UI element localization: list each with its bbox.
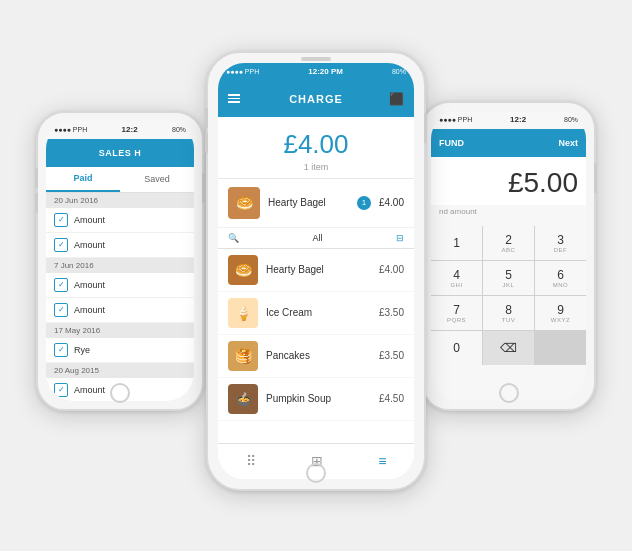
- menu-list-item[interactable]: 🍲 Pumpkin Soup £4.50: [218, 378, 414, 421]
- key-4[interactable]: 4 GHI: [431, 261, 482, 295]
- center-phone-screen: ●●●● PPH 12:20 PM 80% CHARGE ⬛ £4.00 1 i…: [218, 63, 414, 479]
- left-header-title: SALES H: [99, 148, 142, 158]
- menu-item-image: 🍦: [228, 298, 258, 328]
- home-button[interactable]: [306, 463, 326, 483]
- center-phone: ●●●● PPH 12:20 PM 80% CHARGE ⬛ £4.00 1 i…: [206, 51, 426, 491]
- key-5[interactable]: 5 JKL: [483, 261, 534, 295]
- key-3[interactable]: 3 DEF: [535, 226, 586, 260]
- vol-up-button: [35, 168, 38, 188]
- right-header: FUND Next: [431, 129, 586, 157]
- menu-item-name: Ice Cream: [266, 307, 371, 318]
- item-label: Amount: [74, 280, 105, 290]
- menu-icon[interactable]: [228, 94, 240, 103]
- charge-items-count: 1 item: [218, 162, 414, 172]
- cart-item[interactable]: 🥯 Hearty Bagel 1 £4.00: [218, 179, 414, 228]
- left-phone: ●●●● PPH 12:2 80% SALES H Paid Saved: [36, 111, 204, 411]
- right-signal: ●●●● PPH: [439, 116, 472, 123]
- right-battery: 80%: [564, 116, 578, 123]
- right-phone-content: ●●●● PPH 12:2 80% FUND Next £5.00 nd amo…: [431, 111, 586, 401]
- list-item[interactable]: Amount: [46, 273, 194, 298]
- vol-down-button: [205, 133, 208, 153]
- home-button[interactable]: [110, 383, 130, 403]
- charge-amount-value: £4.00: [218, 129, 414, 160]
- menu-item-name: Pumpkin Soup: [266, 393, 371, 404]
- cart-item-qty: 1: [357, 196, 371, 210]
- left-tabs: Paid Saved: [46, 167, 194, 193]
- left-tab-saved[interactable]: Saved: [120, 167, 194, 192]
- right-time: 12:2: [510, 115, 526, 124]
- scene: ●●●● PPH 12:2 80% SALES H Paid Saved: [36, 21, 596, 531]
- section-date-4: 20 Aug 2015: [46, 363, 194, 378]
- key-1[interactable]: 1: [431, 226, 482, 260]
- right-phone: ●●●● PPH 12:2 80% FUND Next £5.00 nd amo…: [421, 101, 596, 411]
- key-7[interactable]: 7 PQRS: [431, 296, 482, 330]
- list-item[interactable]: Rye: [46, 338, 194, 363]
- key-9[interactable]: 9 WXYZ: [535, 296, 586, 330]
- backspace-icon: ⌫: [500, 341, 517, 355]
- refund-hint: nd amount: [431, 205, 586, 222]
- left-status-bar: ●●●● PPH 12:2 80%: [46, 121, 194, 139]
- list-item[interactable]: Amount: [46, 298, 194, 323]
- checkbox-icon: [54, 343, 68, 357]
- menu-item-image: 🍲: [228, 384, 258, 414]
- key-0[interactable]: 0: [431, 331, 482, 365]
- menu-list-item[interactable]: 🥯 Hearty Bagel £4.00: [218, 249, 414, 292]
- speaker: [301, 57, 331, 61]
- power-button: [202, 173, 205, 203]
- filter-icon[interactable]: ⊟: [396, 233, 404, 243]
- list-item[interactable]: Amount: [46, 208, 194, 233]
- center-header-title: CHARGE: [289, 93, 343, 105]
- menu-item-image: 🥞: [228, 341, 258, 371]
- checkbox-icon: [54, 238, 68, 252]
- menu-item-price: £4.50: [379, 393, 404, 404]
- backspace-key[interactable]: ⌫: [483, 331, 534, 365]
- menu-item-price: £3.50: [379, 350, 404, 361]
- menu-item-name: Hearty Bagel: [266, 264, 371, 275]
- left-phone-screen: ●●●● PPH 12:2 80% SALES H Paid Saved: [46, 121, 194, 401]
- charge-amount-section: £4.00 1 item: [218, 117, 414, 179]
- key-2[interactable]: 2 ABC: [483, 226, 534, 260]
- power-button: [424, 113, 427, 143]
- checkbox-icon: [54, 383, 68, 397]
- menu-item-name: Pancakes: [266, 350, 371, 361]
- keypad-nav-icon[interactable]: ⠿: [246, 453, 256, 469]
- item-label: Amount: [74, 385, 105, 395]
- checkbox-icon: [54, 213, 68, 227]
- key-6[interactable]: 6 MNO: [535, 261, 586, 295]
- left-tab-paid[interactable]: Paid: [46, 167, 120, 192]
- vol-up-button: [205, 108, 208, 128]
- search-bar: 🔍 All ⊟: [218, 228, 414, 249]
- refund-amount: £5.00: [431, 157, 586, 205]
- list-item[interactable]: Amount: [46, 233, 194, 258]
- menu-item-price: £4.00: [379, 264, 404, 275]
- center-signal: ●●●● PPH: [226, 68, 259, 75]
- search-icon: 🔍: [228, 233, 239, 243]
- list-nav-icon[interactable]: ≡: [378, 453, 386, 469]
- menu-list-item[interactable]: 🥞 Pancakes £3.50: [218, 335, 414, 378]
- item-label: Amount: [74, 215, 105, 225]
- menu-list-item[interactable]: 🍦 Ice Cream £3.50: [218, 292, 414, 335]
- menu-item-price: £3.50: [379, 307, 404, 318]
- left-time: 12:2: [122, 125, 138, 134]
- checkbox-icon: [54, 303, 68, 317]
- item-label: Rye: [74, 345, 90, 355]
- item-label: Amount: [74, 240, 105, 250]
- left-header: SALES H: [46, 139, 194, 167]
- left-battery: 80%: [172, 126, 186, 133]
- key-8[interactable]: 8 TUV: [483, 296, 534, 330]
- checkbox-icon: [54, 278, 68, 292]
- section-date-1: 20 Jun 2016: [46, 193, 194, 208]
- credit-card-icon[interactable]: ⬛: [389, 92, 404, 106]
- home-button[interactable]: [499, 383, 519, 403]
- item-label: Amount: [74, 305, 105, 315]
- center-battery: 80%: [392, 68, 406, 75]
- center-header: CHARGE ⬛: [218, 81, 414, 117]
- center-status-bar: ●●●● PPH 12:20 PM 80%: [218, 63, 414, 81]
- refund-amount-value: £5.00: [439, 167, 578, 199]
- right-phone-screen: ●●●● PPH 12:2 80% FUND Next £5.00 nd amo…: [431, 111, 586, 401]
- center-phone-content: ●●●● PPH 12:20 PM 80% CHARGE ⬛ £4.00 1 i…: [218, 63, 414, 479]
- left-signal: ●●●● PPH: [54, 126, 87, 133]
- keypad: 1 2 ABC 3 DEF 4 GHI 5: [431, 226, 586, 365]
- next-button[interactable]: Next: [558, 138, 578, 148]
- center-time: 12:20 PM: [308, 67, 343, 76]
